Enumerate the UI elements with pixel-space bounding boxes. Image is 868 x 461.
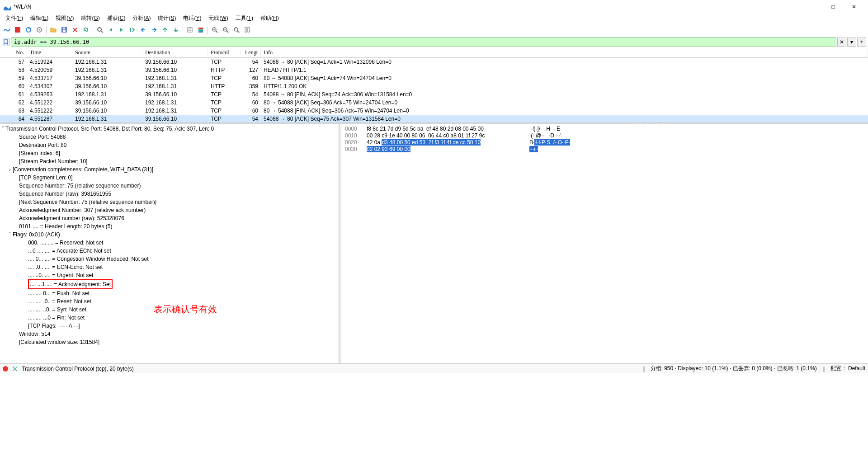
menu-分析[interactable]: 分析(A) [129,14,154,23]
detail-line[interactable]: ...0 .... .... = Accurate ECN: Not set [0,247,339,255]
capture-options-button[interactable] [34,25,44,35]
goto-first-button[interactable] [138,25,148,35]
detail-line[interactable]: [Next Sequence Number: 75 (relative sequ… [0,198,339,206]
hex-row[interactable]: 001000 28 c9 1e 40 00 80 06 06 44 c0 a8 … [345,132,864,139]
detail-conv[interactable]: [Conversation completeness: Complete, WI… [13,166,153,173]
detail-line[interactable]: 0101 .... = Header Length: 20 bytes (5) [0,222,339,230]
packet-list-body[interactable]: 574.519924192.168.1.3139.156.66.10TCP545… [0,58,868,122]
packet-row[interactable]: 604.53430739.156.66.10192.168.1.31HTTP35… [0,82,868,90]
detail-line[interactable]: .... 0... .... = Congestion Window Reduc… [0,255,339,263]
reload-button[interactable] [81,25,91,35]
detail-line[interactable]: .... .... 0... = Push: Not set [0,289,339,297]
detail-line[interactable]: Sequence Number (raw): 3981651955 [0,190,339,198]
detail-line[interactable]: Window: 514 [0,330,339,338]
detail-line[interactable]: [Stream index: 6] [0,149,339,157]
go-up-arrow-button[interactable] [160,25,170,35]
menu-无线[interactable]: 无线(W) [205,14,231,23]
menu-编辑[interactable]: 编辑(E) [27,14,52,23]
packet-row[interactable]: 644.551287192.168.1.3139.156.66.10TCP545… [0,115,868,122]
detail-line[interactable]: .... .0.. .... = ECN-Echo: Not set [0,263,339,271]
col-header-info[interactable]: Info [261,48,868,57]
zoom-out-button[interactable] [221,25,231,35]
menu-捕获[interactable]: 捕获(C) [104,14,129,23]
menu-视图[interactable]: 视图(V) [52,14,77,23]
packet-row[interactable]: 624.55122239.156.66.10192.168.1.31TCP608… [0,99,868,107]
expand-icon[interactable]: ˅ [7,230,13,239]
detail-line[interactable]: Source Port: 54088 [0,133,339,141]
close-file-button[interactable] [70,25,80,35]
detail-line[interactable]: Acknowledgment number (raw): 525328076 [0,214,339,222]
menu-电话[interactable]: 电话(Y) [179,14,205,23]
restart-capture-button[interactable] [24,25,33,35]
col-header-source[interactable]: Source [72,48,142,57]
hex-row[interactable]: 003002 02 93 69 00 00···i·· [345,146,864,153]
go-down-arrow-button[interactable] [171,25,181,35]
filter-clear-button[interactable]: ✕ [837,38,846,47]
save-file-button[interactable] [59,25,69,35]
zoom-reset-button[interactable]: 1 [231,25,241,35]
detail-line[interactable]: .... ..0. .... = Urgent: Not set [0,271,339,279]
zoom-in-button[interactable] [210,25,220,35]
hex-row[interactable]: 002042 0a d3 48 00 50 ed 53 2f f3 1f 4f … [345,139,864,146]
detail-line[interactable]: .... .... .0.. = Reset: Not set [0,297,339,306]
col-header-time[interactable]: Time [27,48,72,57]
menu-跳转[interactable]: 跳转(G) [77,14,103,23]
packet-row[interactable]: 614.539263192.168.1.3139.156.66.10TCP545… [0,90,868,99]
expert-info-icon[interactable] [3,366,8,372]
maximize-button[interactable]: □ [823,0,844,14]
capture-file-icon[interactable] [12,366,18,372]
packet-row[interactable]: 634.55122239.156.66.10192.168.1.31TCP608… [0,107,868,115]
goto-last-button[interactable] [149,25,159,35]
col-header-protocol[interactable]: Protocol [208,48,241,57]
packet-row[interactable]: 574.519924192.168.1.3139.156.66.10TCP545… [0,58,868,66]
start-capture-button[interactable] [2,25,12,35]
detail-line[interactable]: [TCP Flags: ·······A····] [0,322,339,330]
expand-icon[interactable]: ˅ [0,125,5,133]
menu-帮助[interactable]: 帮助(H) [257,14,283,23]
filter-history-button[interactable]: ▾ [847,38,856,47]
filter-bookmark-button[interactable] [2,38,10,46]
menu-工具[interactable]: 工具(T) [232,14,257,23]
stop-capture-button[interactable] [13,25,23,35]
find-button[interactable] [95,25,105,35]
go-next-button[interactable] [117,25,127,35]
display-filter-input[interactable] [11,37,836,47]
col-header-length[interactable]: Lengt [241,48,261,57]
go-prev-button[interactable] [106,25,116,35]
svg-rect-26 [248,28,250,32]
expand-icon[interactable]: › [7,165,13,174]
detail-line[interactable]: .... .... ...0 = Fin: Not set [0,314,339,322]
col-header-no[interactable]: No. [0,48,27,57]
status-profile[interactable]: 配置： Default [830,365,865,372]
detail-ack-flag-row[interactable]: .... ...1 .... = Acknowledgment: Set [0,279,339,289]
detail-line[interactable]: Acknowledgment Number: 307 (relative ack… [0,206,339,214]
packet-row[interactable]: 584.520059192.168.1.3139.156.66.10HTTP12… [0,66,868,74]
display-filter-bar: ✕ ▾ + [0,36,868,48]
detail-line[interactable]: .... .... ..0. = Syn: Not set [0,306,339,314]
detail-line[interactable]: [TCP Segment Len: 0] [0,174,339,182]
svg-line-21 [226,31,228,33]
detail-line[interactable]: Destination Port: 80 [0,141,339,149]
detail-line[interactable]: [Calculated window size: 131584] [0,338,339,346]
packet-row[interactable]: 594.53371739.156.66.10192.168.1.31TCP608… [0,74,868,82]
svg-rect-5 [63,30,66,32]
filter-add-button[interactable]: + [857,38,866,47]
detail-line[interactable]: [Stream Packet Number: 10] [0,157,339,165]
jump-button[interactable] [127,25,137,35]
resize-columns-button[interactable] [242,25,252,35]
detail-line[interactable]: Sequence Number: 75 (relative sequence n… [0,182,339,190]
open-file-button[interactable] [48,25,58,35]
menu-统计[interactable]: 统计(S) [154,14,179,23]
detail-line[interactable]: 000. .... .... = Reserved: Not set [0,239,339,247]
autoscroll-button[interactable] [185,25,195,35]
detail-flags-root[interactable]: Flags: 0x010 (ACK) [13,231,60,238]
minimize-button[interactable]: — [802,0,823,14]
hex-dump-pane[interactable]: 0000f8 8c 21 7d d9 5d 5c ba ef 48 80 2d … [341,124,868,363]
colorize-button[interactable] [196,25,206,35]
detail-root[interactable]: Transmission Control Protocol, Src Port:… [5,126,214,132]
close-button[interactable]: ✕ [844,0,864,14]
col-header-destination[interactable]: Destination [142,48,208,57]
menu-文件[interactable]: 文件(F) [2,14,27,23]
packet-details-pane[interactable]: ˅Transmission Control Protocol, Src Port… [0,124,339,363]
hex-row[interactable]: 0000f8 8c 21 7d d9 5d 5c ba ef 48 80 2d … [345,126,864,132]
